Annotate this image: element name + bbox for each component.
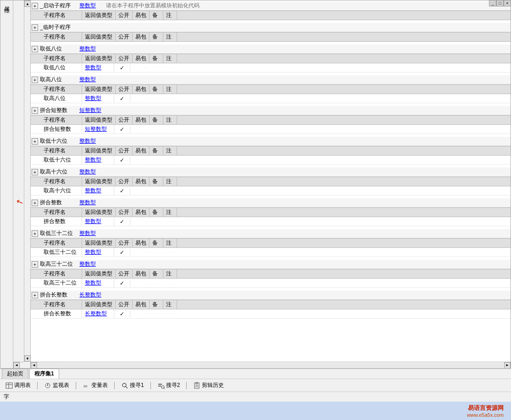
data-cell-2: ✓ [114,64,130,72]
section-type-pinhezhenshu[interactable]: 整数型 [79,199,102,207]
col-header-子程序名: 子程序名 [41,300,82,309]
svg-text:∞: ∞ [83,383,88,389]
expand-btn-pinhezhenshu[interactable]: + [32,200,38,206]
sousun2-btn[interactable]: 搜寻2 [155,381,183,390]
section-type-qugaoshiliuwei[interactable]: 整数型 [79,168,102,176]
monitor-icon [44,382,51,389]
col-header-子程序名: 子程序名 [41,85,82,94]
data-cell-1[interactable]: 整数型 [82,94,114,103]
section-name-qudiishiwei: 取低十六位 [40,137,77,145]
data-cell-4 [146,98,160,99]
section-qugaosanshierwei: +取高三十二位整数型子程序名返回值类型公开易包备注取高三十二位整数型✓ [31,260,511,288]
table-row: 取低三十二位整数型✓ [31,248,511,257]
data-cell-4 [146,160,160,161]
col-header-备: 备 [150,269,163,278]
section-type-pinhezhengshu[interactable]: 长整数型 [79,291,102,299]
table-icon [6,382,13,389]
section-type-qudibawei[interactable]: 整数型 [79,45,102,53]
tab-qishi[interactable]: 起始页 [2,369,28,379]
svg-point-5 [47,385,48,386]
minimize-button[interactable]: _ [489,0,496,6]
section-name-qidong: _启动子程序 [40,2,77,10]
bianliangtab-label: 变量表 [91,381,108,389]
expand-btn-qudibawei[interactable]: + [32,46,38,52]
data-cell-3 [130,67,146,68]
pencil-icon: ↖ [15,196,25,208]
sousun1-btn[interactable]: 搜寻1 [118,381,147,390]
col-header-易包: 易包 [133,11,150,20]
col-header-公开: 公开 [116,300,133,309]
scroll-up-btn[interactable]: ▲ [24,0,31,7]
data-cell-5 [160,129,174,130]
col-header-公开: 公开 [116,85,133,94]
close-button[interactable]: × [504,0,511,6]
scroll-down-btn[interactable]: ▼ [24,355,31,362]
col-header-易包: 易包 [133,85,150,94]
expand-btn-qugaobawei[interactable]: + [32,77,38,83]
table-row: 取低十六位整数型✓ [31,156,511,165]
data-cell-1[interactable]: 整数型 [82,186,114,195]
section-type-qudiishiwei[interactable]: 整数型 [79,137,102,145]
data-cell-1[interactable]: 短整数型 [82,125,114,134]
data-cell-1[interactable]: 整数型 [82,279,114,287]
data-cell-5 [160,252,174,253]
h-scroll-left-btn[interactable]: ◄ [13,362,20,369]
expand-btn-qidong[interactable]: + [32,3,38,9]
data-cell-1[interactable]: 整数型 [82,217,114,226]
expand-btn-qugaoshiliuwei[interactable]: + [32,169,38,175]
col-header-易包: 易包 [133,269,150,278]
expand-btn-qugaosanshierwei[interactable]: + [32,261,38,268]
expand-btn-pinhezhengshu[interactable]: + [32,292,38,298]
section-name-qudibawei: 取低八位 [40,45,77,53]
col-header-易包: 易包 [133,146,150,155]
col-header-注: 注 [163,116,177,124]
col-header-返回值类型: 返回值类型 [82,33,116,41]
col-header-备: 备 [150,300,163,309]
jianji-label: 剪辑历史 [202,381,224,389]
data-cell-0: 拼合短整数 [41,125,82,134]
section-name-qugaoshiliuwei: 取高十六位 [40,168,77,176]
section-type-pinheshuzhengshu[interactable]: 短整数型 [79,106,102,114]
data-cell-1[interactable]: 整数型 [82,156,114,164]
section-name-qudiersanshierwei: 取低三十二位 [40,230,77,237]
section-type-qudiersanshierwei[interactable]: 整数型 [79,230,102,237]
col-header-备: 备 [150,11,163,20]
h-scroll-arrow-right[interactable]: ► [504,362,511,369]
bianliangtab-btn[interactable]: ∞ 变量表 [80,381,111,390]
status-text: 字 [4,393,9,401]
maximize-button[interactable]: □ [496,0,504,6]
expand-btn-pinheshuzhengshu[interactable]: + [32,107,38,114]
section-type-qugaobawei[interactable]: 整数型 [79,76,102,84]
section-name-linshi: _临时子程序 [40,23,77,31]
col-header-备: 备 [150,177,163,186]
jianshitab-btn[interactable]: 监视表 [41,381,72,390]
data-cell-3 [130,252,146,253]
data-cell-1[interactable]: 整数型 [82,63,114,72]
svg-rect-0 [6,383,12,388]
data-cell-2: ✓ [114,157,130,164]
data-cell-4 [146,283,160,284]
col-header-注: 注 [163,85,177,94]
tab-chengxuji[interactable]: 程序集1 [29,369,59,379]
diaogyongbiao-btn[interactable]: 调用表 [3,381,33,390]
expand-btn-qudiishiwei[interactable]: + [32,138,38,145]
h-scroll-arrow-left[interactable]: ◄ [31,362,37,369]
data-cell-2: ✓ [114,126,130,133]
col-header-备: 备 [150,33,163,41]
separator3 [114,382,115,389]
section-type-qugaosanshierwei[interactable]: 整数型 [79,260,102,268]
col-header-备: 备 [150,116,163,124]
section-type-qidong[interactable]: 整数型 [79,2,102,10]
expand-btn-linshi[interactable]: + [32,24,38,31]
data-cell-1[interactable]: 长整数型 [82,309,114,318]
data-cell-1[interactable]: 整数型 [82,248,114,257]
col-header-注: 注 [163,11,177,20]
top-section: 属性 ↖ ▲ ▼ ◄ +_启动子程序整数型请在本子程序中放置易模块初始化代码子程… [0,0,511,369]
col-header-公开: 公开 [116,11,133,20]
section-name-pinhezhengshu: 拼合长整数 [40,291,77,299]
jianji-btn[interactable]: 剪辑历史 [190,381,227,390]
col-header-子程序名: 子程序名 [41,177,82,186]
table-row: 取高十六位整数型✓ [31,186,511,196]
col-header-子程序名: 子程序名 [41,54,82,63]
expand-btn-qudiersanshierwei[interactable]: + [32,230,38,237]
